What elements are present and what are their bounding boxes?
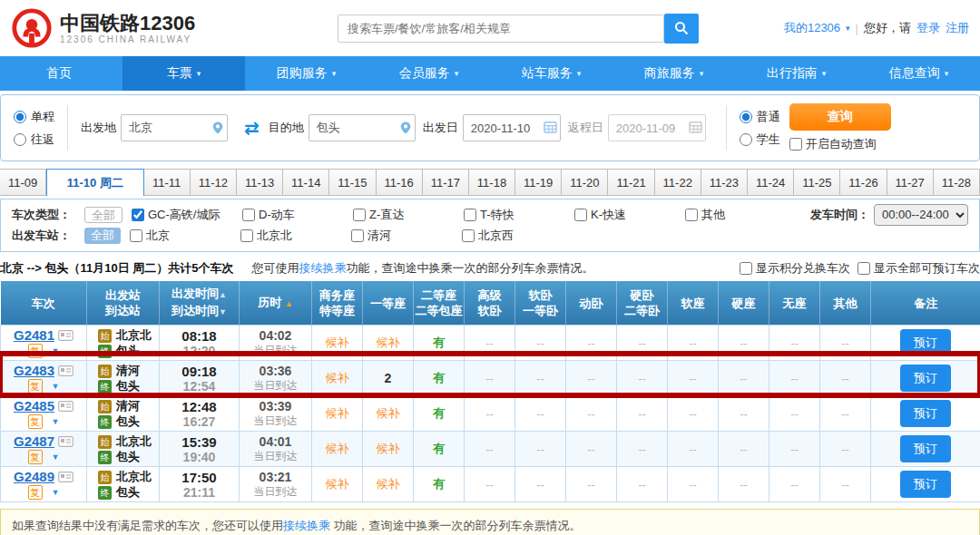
register-link[interactable]: 注册 (946, 20, 969, 36)
student-radio[interactable]: 学生 (740, 131, 780, 148)
date-tab[interactable]: 11-24 (748, 169, 794, 196)
book-button[interactable]: 预订 (900, 471, 951, 498)
train-type-checkbox[interactable]: K-快速 (574, 207, 626, 223)
nav-item[interactable]: 信息查询 ▾ (858, 56, 980, 91)
query-button[interactable]: 查询 (789, 103, 891, 131)
train-type-checkbox[interactable]: D-动车 (242, 207, 295, 223)
station-checkbox-input[interactable] (462, 229, 475, 242)
train-type-checkbox[interactable]: 其他 (685, 207, 725, 223)
ticket-query-form: 单程 往返 出发地 ⇄ 目的地 出发日 (0, 94, 980, 161)
station-checkbox-input[interactable] (351, 229, 364, 242)
nav-item[interactable]: 首页 (0, 56, 122, 91)
station-checkbox-input[interactable] (130, 229, 142, 242)
date-tab[interactable]: 11-28 (934, 169, 980, 196)
train-type-checkbox-input[interactable] (685, 209, 698, 221)
login-link[interactable]: 登录 (916, 20, 940, 36)
my12306-link[interactable]: 我的12306 (784, 20, 840, 36)
train-type-all-badge[interactable]: 全部 (84, 207, 122, 223)
station-checkbox[interactable]: 清河 (351, 228, 391, 244)
sort-active-icon[interactable]: ▲ (285, 299, 293, 308)
train-number-link[interactable]: G2489 (14, 469, 54, 484)
to-label: 目的地 (269, 120, 304, 136)
train-number-link[interactable]: G2481 (14, 327, 54, 343)
date-tab[interactable]: 11-12 (191, 169, 237, 196)
swap-stations-icon[interactable]: ⇄ (244, 117, 260, 139)
train-number-link[interactable]: G2483 (14, 363, 54, 378)
chevron-down-icon[interactable]: ▼ (52, 346, 60, 355)
sort-asc-icon[interactable]: ▲ (219, 290, 227, 299)
date-tab[interactable]: 11-20 (562, 169, 608, 196)
one-way-radio-input[interactable] (14, 111, 26, 123)
train-number-link[interactable]: G2487 (14, 433, 54, 449)
date-tab[interactable]: 11-26 (840, 169, 887, 196)
date-tab[interactable]: 11-27 (887, 169, 934, 196)
depart-time-select[interactable]: 00:00--24:00 (874, 204, 968, 226)
nav-item[interactable]: 团购服务 ▾ (245, 56, 368, 91)
date-tab[interactable]: 11-21 (608, 169, 654, 196)
show-all-checkbox-input[interactable] (858, 262, 870, 275)
show-points-checkbox-input[interactable] (740, 262, 752, 275)
book-button[interactable]: 预订 (900, 400, 951, 427)
chevron-down-icon[interactable]: ▼ (52, 417, 60, 426)
normal-radio[interactable]: 普通 (740, 109, 780, 125)
col-duration-sort[interactable]: 历时 ▲ (240, 281, 312, 326)
train-type-checkbox-input[interactable] (574, 209, 587, 221)
student-radio-input[interactable] (740, 133, 752, 146)
date-tab[interactable]: 11-11 (144, 169, 191, 196)
chevron-down-icon[interactable]: ▼ (52, 488, 60, 497)
chevron-down-icon[interactable]: ▼ (52, 382, 60, 391)
station-checkbox[interactable]: 北京北 (240, 228, 292, 244)
date-tab[interactable]: 11-23 (701, 169, 748, 196)
train-number-link[interactable]: G2485 (14, 398, 54, 413)
date-tab[interactable]: 11-19 (515, 169, 562, 196)
nav-item[interactable]: 站车服务 ▾ (490, 56, 612, 91)
train-type-checkbox[interactable]: T-特快 (464, 207, 514, 223)
date-tab[interactable]: 11-15 (329, 169, 376, 196)
nav-item[interactable]: 商旅服务 ▾ (612, 56, 735, 91)
train-type-checkbox-input[interactable] (132, 209, 144, 221)
train-type-checkbox[interactable]: GC-高铁/城际 (132, 207, 220, 223)
round-trip-radio[interactable]: 往返 (14, 131, 54, 148)
round-trip-radio-input[interactable] (14, 133, 26, 146)
col-train-no[interactable]: 车次 (1, 281, 87, 326)
show-all-checkbox[interactable]: 显示全部可预订车次 (858, 260, 980, 277)
date-tab[interactable]: 11-25 (794, 169, 840, 196)
col-stations[interactable]: 出发站到达站 (87, 281, 160, 326)
date-tab[interactable]: 11-17 (423, 169, 469, 196)
station-checkbox[interactable]: 北京西 (462, 228, 514, 244)
train-type-checkbox[interactable]: Z-直达 (353, 207, 404, 223)
station-checkbox[interactable]: 北京 (130, 228, 170, 244)
transfer-link[interactable]: 接续换乘 (283, 519, 330, 532)
auto-query-checkbox[interactable]: 开启自动查询 (789, 136, 877, 152)
nav-item[interactable]: 会员服务 ▾ (368, 56, 490, 91)
date-tab[interactable]: 11-10 周二 (46, 169, 143, 196)
station-checkbox-input[interactable] (240, 229, 253, 242)
nav-item-label: 站车服务 (522, 65, 573, 82)
show-points-checkbox[interactable]: 显示积分兑换车次 (740, 260, 850, 277)
auto-query-checkbox-input[interactable] (789, 138, 802, 151)
logo[interactable]: 中国铁路12306 12306 CHINA RAILWAY (11, 7, 310, 49)
one-way-radio[interactable]: 单程 (14, 109, 54, 125)
train-type-checkbox-input[interactable] (353, 209, 366, 221)
station-all-badge[interactable]: 全部 (84, 228, 121, 244)
nav-item[interactable]: 车票 ▾ (122, 56, 245, 91)
date-tab[interactable]: 11-18 (469, 169, 515, 196)
train-type-checkbox-input[interactable] (464, 209, 476, 221)
sort-desc-icon[interactable]: ▼ (219, 307, 227, 316)
book-button[interactable]: 预订 (900, 329, 951, 356)
book-button[interactable]: 预订 (900, 435, 951, 462)
train-type-checkbox-input[interactable] (242, 209, 255, 221)
date-tab[interactable]: 11-09 (0, 169, 46, 196)
date-tab[interactable]: 11-13 (237, 169, 283, 196)
col-times-sort[interactable]: 出发时间▲ 到达时间▼ (160, 281, 240, 326)
date-tab[interactable]: 11-22 (655, 169, 701, 196)
search-button[interactable] (664, 14, 699, 44)
transfer-link[interactable]: 接续换乘 (299, 261, 347, 275)
nav-item[interactable]: 出行指南 ▾ (735, 56, 858, 91)
book-button[interactable]: 预订 (900, 365, 951, 392)
chevron-down-icon[interactable]: ▼ (52, 452, 60, 462)
search-input[interactable] (338, 15, 664, 43)
date-tab[interactable]: 11-16 (377, 169, 423, 196)
date-tab[interactable]: 11-14 (283, 169, 329, 196)
normal-radio-input[interactable] (740, 111, 752, 123)
